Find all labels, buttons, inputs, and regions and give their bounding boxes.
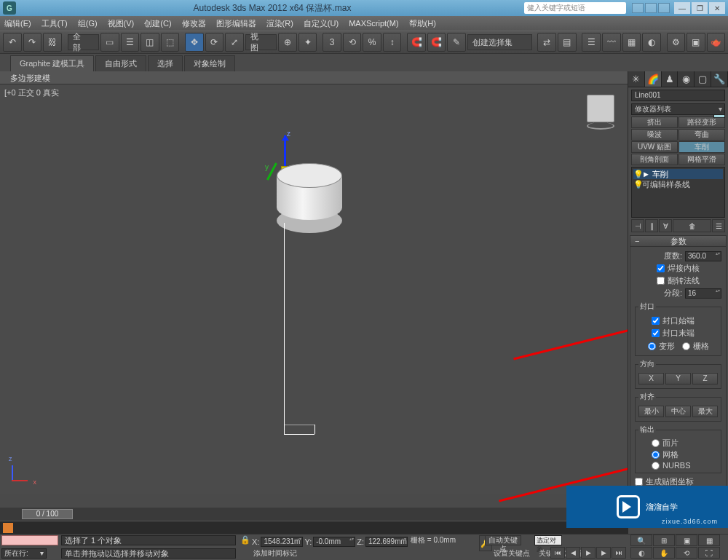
goto-end-icon[interactable]: ⏭ xyxy=(612,547,626,559)
next-frame-icon[interactable]: ▶ xyxy=(596,547,611,559)
menu-views[interactable]: 视图(V) xyxy=(108,18,135,29)
goto-start-icon[interactable]: ⏮ xyxy=(550,547,565,559)
snap-toggle-icon[interactable]: 3 xyxy=(323,33,341,52)
tab-motion-icon[interactable]: ◉ xyxy=(678,71,695,87)
manipulate-icon[interactable]: ✦ xyxy=(298,33,317,52)
morph-radio[interactable] xyxy=(648,342,656,350)
time-slider-handle[interactable]: 0 / 100 xyxy=(22,509,73,519)
mirror-icon[interactable]: ⇄ xyxy=(537,33,556,52)
maximize-vp-icon[interactable]: ⛶ xyxy=(698,547,720,559)
object-name-field[interactable]: Line001 xyxy=(631,90,725,101)
tab-display-icon[interactable]: ▢ xyxy=(695,71,711,87)
add-time-tag-button[interactable]: 添加时间标记 xyxy=(253,548,297,559)
tab-create-icon[interactable]: ✳ xyxy=(628,71,645,87)
menu-edit[interactable]: 编辑(E) xyxy=(4,18,31,29)
mod-btn-bend[interactable]: 弯曲 xyxy=(678,129,725,141)
zoom-extents-icon[interactable]: ▣ xyxy=(676,535,697,546)
info-icon[interactable] xyxy=(645,3,657,13)
degrees-spinner[interactable]: 360.0 xyxy=(685,251,721,261)
rollout-params-header[interactable]: 参数 xyxy=(630,235,727,247)
ref-coord-dropdown[interactable]: 视图 xyxy=(245,34,277,50)
orbit-icon[interactable]: ⟲ xyxy=(676,547,697,559)
menu-help[interactable]: 帮助(H) xyxy=(409,18,436,29)
x-spinner[interactable]: 1548.231m xyxy=(261,537,303,547)
grid-radio[interactable] xyxy=(682,342,690,350)
link-icon[interactable]: ⛓ xyxy=(43,33,62,52)
rotate-icon[interactable]: ⟳ xyxy=(205,33,224,52)
zoom-extents-all-icon[interactable]: ▦ xyxy=(698,535,720,546)
menu-graph-editors[interactable]: 图形编辑器 xyxy=(216,18,256,29)
viewcube[interactable] xyxy=(581,92,620,131)
align-max-button[interactable]: 最大 xyxy=(692,406,718,417)
out-patch-radio[interactable] xyxy=(652,439,660,447)
cap-start-checkbox[interactable] xyxy=(652,317,660,325)
mod-btn-noise[interactable]: 噪波 xyxy=(631,129,678,141)
dir-x-button[interactable]: X xyxy=(638,373,664,384)
mod-btn-meshsmooth[interactable]: 网格平滑 xyxy=(678,154,725,165)
listener-dropdown[interactable]: 所在行: xyxy=(1,548,47,559)
close-button[interactable]: ✕ xyxy=(709,2,725,14)
setkey-button[interactable]: 设置关键点 xyxy=(494,548,530,559)
align-icon[interactable]: ▤ xyxy=(558,33,577,52)
search-input[interactable]: 健入关键字或短语 xyxy=(524,2,626,14)
move-icon[interactable]: ✥ xyxy=(185,33,204,52)
align-center-button[interactable]: 中心 xyxy=(665,406,691,417)
redo-icon[interactable]: ↷ xyxy=(23,33,42,52)
window-crossing-icon[interactable]: ⬚ xyxy=(161,33,180,52)
dir-y-button[interactable]: Y xyxy=(665,373,691,384)
pin-stack-icon[interactable]: ⊣ xyxy=(631,219,644,232)
mod-btn-bevel[interactable]: 剖角剖面 xyxy=(631,154,678,165)
show-end-icon[interactable]: ∥ xyxy=(645,219,658,232)
pan-icon[interactable]: ✋ xyxy=(653,547,675,559)
render-icon[interactable]: 🫖 xyxy=(707,33,726,52)
maxscript-mini-listener[interactable] xyxy=(1,535,58,545)
stack-item-lathe[interactable]: 💡► 车削 xyxy=(633,169,723,179)
modifier-stack[interactable]: 💡► 车削 💡可编辑样条线 xyxy=(631,167,725,218)
play-icon[interactable]: ▶ xyxy=(581,547,596,559)
z-spinner[interactable]: 122.699mm xyxy=(365,537,408,547)
segments-spinner[interactable]: 16 xyxy=(685,288,721,299)
help-icon[interactable] xyxy=(632,3,644,13)
align-min-button[interactable]: 最小 xyxy=(638,406,664,417)
gen-mapping-checkbox[interactable] xyxy=(635,478,643,486)
lock-icon[interactable]: 🔒 xyxy=(240,535,250,545)
select-name-icon[interactable]: ☰ xyxy=(121,33,140,52)
magnet2-icon[interactable]: 🧲 xyxy=(427,33,446,52)
edit-named-sel-icon[interactable]: ✎ xyxy=(447,33,466,52)
trackbar-toggle-icon[interactable] xyxy=(3,523,13,533)
minimize-button[interactable]: — xyxy=(674,2,690,14)
ribbon-tab-selection[interactable]: 选择 xyxy=(148,55,183,71)
remove-mod-icon[interactable]: 🗑 xyxy=(673,219,711,232)
pivot-icon[interactable]: ⊕ xyxy=(278,33,297,52)
mod-btn-lathe[interactable]: 车削 xyxy=(678,141,725,153)
weld-core-checkbox[interactable] xyxy=(657,264,665,272)
scale-icon[interactable]: ⤢ xyxy=(225,33,244,52)
menu-tools[interactable]: 工具(T) xyxy=(41,18,68,29)
menu-maxscript[interactable]: MAXScript(M) xyxy=(349,19,398,28)
selection-filter-dropdown[interactable]: 全部 xyxy=(68,34,100,50)
layer-icon[interactable]: ☰ xyxy=(582,33,601,52)
mod-btn-extrude[interactable]: 挤出 xyxy=(631,117,678,128)
material-icon[interactable]: ◐ xyxy=(642,33,661,52)
viewport[interactable]: [+0 正交 0 真实 zx z y xyxy=(0,84,628,494)
flip-normals-checkbox[interactable] xyxy=(657,277,665,285)
render-setup-icon[interactable]: ⚙ xyxy=(667,33,686,52)
unique-icon[interactable]: ∀ xyxy=(659,219,672,232)
percent-snap-icon[interactable]: % xyxy=(363,33,381,52)
menu-group[interactable]: 组(G) xyxy=(78,18,98,29)
tab-hierarchy-icon[interactable]: ♟ xyxy=(662,71,678,87)
y-spinner[interactable]: -0.0mm xyxy=(313,537,355,547)
render-frame-icon[interactable]: ▣ xyxy=(687,33,705,52)
schematic-icon[interactable]: ▦ xyxy=(622,33,641,52)
curve-editor-icon[interactable]: 〰 xyxy=(602,33,621,52)
prev-frame-icon[interactable]: ◀ xyxy=(566,547,580,559)
time-slider[interactable]: 0 / 100 xyxy=(0,508,628,521)
select-icon[interactable]: ▭ xyxy=(100,33,119,52)
ribbon-tab-graphite[interactable]: Graphite 建模工具 xyxy=(10,55,94,71)
cap-end-checkbox[interactable] xyxy=(652,329,660,337)
viewport-label[interactable]: [+0 正交 0 真实 xyxy=(4,87,59,98)
star-icon[interactable] xyxy=(658,3,670,13)
config-icon[interactable]: ☰ xyxy=(712,219,725,232)
mod-btn-pathdeform[interactable]: 路径变形 xyxy=(678,117,725,128)
spinner-snap-icon[interactable]: ↕ xyxy=(383,33,402,52)
